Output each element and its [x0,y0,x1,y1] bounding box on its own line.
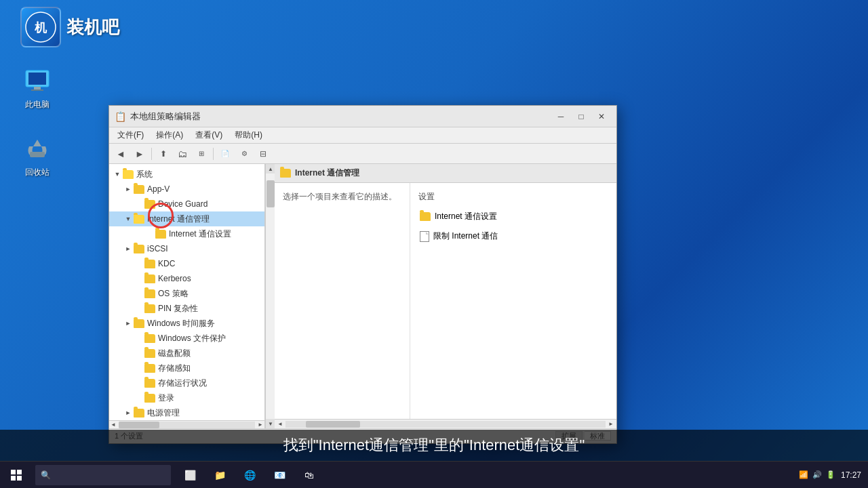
vscroll-track[interactable] [266,174,275,419]
settings-item-label-0: Internet 通信设置 [435,211,497,222]
tree-item-disk[interactable]: 磁盘配额 [109,346,264,361]
tree-item-iscsi[interactable]: ► iSCSI [109,241,264,256]
tree-item-pin[interactable]: PIN 复杂性 [109,301,264,316]
tree-label-win-time: Windows 时间服务 [147,318,215,329]
tree-label-kdc: KDC [158,259,175,268]
tree-scroll-thumb[interactable] [119,422,159,428]
folder-icon-storage-status [144,379,155,388]
close-button[interactable]: ✕ [592,109,611,124]
right-header-title: Internet 通信管理 [295,167,359,179]
expander-os-policy [134,288,144,299]
tree-hscrollbar[interactable]: ◄ ► [109,420,265,428]
tree-item-win-time[interactable]: ► Windows 时间服务 [109,316,264,331]
tree-scroll-left[interactable]: ◄ [109,422,117,428]
minimize-button[interactable]: ─ [551,109,570,124]
settings-item-limit-internet[interactable]: 限制 Internet 通信 [418,229,608,243]
recycle-label: 回收站 [25,167,50,178]
menu-file[interactable]: 文件(F) [112,128,149,143]
maximize-button[interactable]: □ [572,109,591,124]
expander-power[interactable]: ► [123,407,134,418]
tree-item-appv[interactable]: ► App-V [109,182,264,197]
folder-icon-kerberos [144,274,155,283]
expander-iscsi[interactable]: ► [123,243,134,254]
tree-item-internet-comm[interactable]: ▼ Internet 通信管理 [109,211,264,226]
new-folder-button[interactable]: 🗂 [174,146,191,162]
menu-help[interactable]: 帮助(H) [229,128,268,143]
folder-icon-storage-sense [144,364,155,373]
settings-doc-icon-1 [420,231,429,242]
computer-icon [23,68,52,96]
properties-button[interactable]: 📄 [216,146,234,162]
tree-vscrollbar[interactable]: ▲ ▼ [265,164,275,428]
tree-item-kerberos[interactable]: Kerberos [109,271,264,286]
start-button[interactable] [0,462,33,489]
vscroll-up[interactable]: ▲ [266,164,275,174]
grid-button[interactable]: ⊞ [193,146,210,162]
window-title-text: 本地组策略编辑器 [130,110,547,123]
taskbar-task-view[interactable]: ⬜ [176,462,203,489]
tree-item-win-file[interactable]: Windows 文件保护 [109,331,264,346]
tree-item-internet-settings[interactable]: Internet 通信设置 [109,226,264,241]
hscroll-left-btn[interactable]: ◄ [276,421,284,427]
hscroll-track[interactable] [285,421,606,428]
tree-item-device-guard[interactable]: Device Guard [109,197,264,211]
forward-button[interactable]: ► [131,146,149,162]
settings-title: 设置 [418,191,608,203]
folder-icon-win-time [134,319,144,328]
vscroll-down[interactable]: ▼ [266,419,275,428]
expander-root[interactable]: ▼ [112,169,123,180]
right-content: 选择一个项目来查看它的描述。 设置 Internet 通信设置 [275,183,616,419]
tray-volume[interactable]: 🔊 [812,470,822,479]
taskbar-search[interactable]: 🔍 [35,465,171,485]
back-button[interactable]: ◄ [112,146,130,162]
desktop: 机 装机吧 此电脑 回收站 📋 本地组策略编辑器 ─ [0,0,868,488]
settings-item-internet-comm-settings[interactable]: Internet 通信设置 [418,209,608,224]
group-policy-window: 📋 本地组策略编辑器 ─ □ ✕ 文件(F) 操作(A) 查看(V) 帮助(H)… [108,105,617,444]
settings-area: 设置 Internet 通信设置 限制 Internet 通信 [410,183,616,419]
tree-item-os-policy[interactable]: OS 策略 [109,286,264,301]
up-button[interactable]: ⬆ [155,146,172,162]
tray-battery[interactable]: 🔋 [826,470,835,479]
expander-kerberos [134,273,144,284]
expander-internet-comm[interactable]: ▼ [123,214,134,224]
tree-scroll-right[interactable]: ► [256,422,264,428]
tree-item-root[interactable]: ▼ 系统 [109,167,264,182]
desktop-icon-computer[interactable]: 此电脑 [14,68,61,110]
tree-item-login[interactable]: 登录 [109,390,264,405]
expander-appv[interactable]: ► [123,184,134,195]
recycle-icon [23,136,52,164]
menu-action[interactable]: 操作(A) [151,128,189,143]
tree-container: ▼ 系统 ► App-V Device Guard [109,164,265,428]
menu-view[interactable]: 查看(V) [190,128,228,143]
desc-text: 选择一个项目来查看它的描述。 [283,192,397,201]
tree-label-win-file: Windows 文件保护 [158,333,226,344]
taskbar-store[interactable]: 🛍 [296,462,323,489]
settings-item-label-1: 限制 Internet 通信 [433,230,498,242]
expander-win-time[interactable]: ► [123,318,134,329]
tray-network[interactable]: 📶 [799,470,808,479]
vscroll-thumb[interactable] [267,180,275,207]
settings-button[interactable]: ⚙ [235,146,253,162]
expander-device-guard [134,199,144,209]
taskbar-clock[interactable]: 17:27 [841,470,861,480]
hscroll-right-btn[interactable]: ► [607,421,615,427]
right-hscrollbar[interactable]: ◄ ► [275,419,616,428]
taskbar-file-explorer[interactable]: 📁 [206,462,233,489]
desktop-icon-recycle[interactable]: 回收站 [14,136,61,178]
tree-item-kdc[interactable]: KDC [109,256,264,271]
tree-item-power[interactable]: ► 电源管理 [109,405,264,420]
subtitle-bar: 找到"Internet通信管理"里的"Internet通信设置" [0,430,868,461]
filter-button[interactable]: ⊟ [254,146,272,162]
window-content: ▼ 系统 ► App-V Device Guard [109,164,616,428]
folder-icon-device-guard [144,200,155,209]
folder-icon-win-file [144,334,155,343]
hscroll-thumb[interactable] [306,421,360,428]
tree-item-storage-sense[interactable]: 存储感知 [109,361,264,375]
logo-icon: 机 [20,7,61,47]
taskbar-edge[interactable]: 🌐 [236,462,263,489]
tree-item-storage-status[interactable]: 存储运行状况 [109,375,264,390]
taskbar-mail[interactable]: 📧 [266,462,293,489]
folder-icon-root [123,170,134,179]
tree-label-root: 系统 [136,169,153,180]
tree-scroll-track[interactable] [119,422,255,428]
